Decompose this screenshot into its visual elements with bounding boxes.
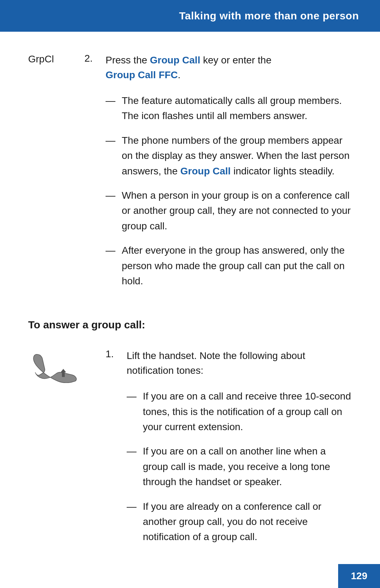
step1-intro-part1: Press the: [106, 55, 150, 66]
bullet-text: When a person in your group is on a conf…: [122, 188, 352, 234]
step1-intro-part2: key or enter the: [200, 55, 271, 66]
bullet-item: — If you are on a call on another line w…: [127, 444, 352, 489]
dash-icon: —: [127, 444, 137, 489]
answer-step: 1. Lift the handset. Note the following …: [28, 348, 352, 554]
bullet-item: — When a person in your group is on a co…: [106, 188, 352, 234]
dash-icon: —: [106, 243, 115, 289]
step2-number: 1.: [106, 348, 127, 554]
step2-content: Lift the handset. Note the following abo…: [127, 348, 352, 554]
answer-heading: To answer a group call:: [28, 319, 352, 331]
page-number-bar: 129: [338, 564, 380, 588]
bullet-text: The feature automatically calls all grou…: [122, 93, 352, 124]
page-number: 129: [351, 570, 367, 581]
step1-header: Press the Group Call key or enter the Gr…: [106, 53, 352, 82]
section1-bullets: — The feature automatically calls all gr…: [106, 93, 352, 289]
dash-icon: —: [106, 188, 115, 234]
bullet-item: — If you are on a call and receive three…: [127, 389, 352, 434]
bullet-text: If you are on a call and receive three 1…: [143, 389, 352, 434]
dash-icon: —: [127, 389, 137, 434]
step2-header: Lift the handset. Note the following abo…: [127, 348, 352, 378]
group-call-link2: Group Call: [180, 166, 231, 177]
dash-icon: —: [127, 499, 137, 545]
answer-section: To answer a group call: 1. Lift t: [28, 319, 352, 554]
handset-col: [28, 348, 106, 554]
dash-icon: —: [106, 133, 115, 179]
bullet2-part2: indicator lights steadily.: [231, 166, 335, 177]
dash-icon: —: [106, 93, 115, 124]
page-title: Talking with more than one person: [179, 10, 359, 22]
handset-image: [28, 352, 95, 384]
bullet-item: — If you are already on a conference cal…: [127, 499, 352, 545]
step1-number: 2.: [84, 53, 106, 298]
bullet-item: — After everyone in the group has answer…: [106, 243, 352, 289]
bullet-item: — The feature automatically calls all gr…: [106, 93, 352, 124]
section2-bullets: — If you are on a call and receive three…: [127, 389, 352, 545]
group-call-ffc-link: Group Call FFC: [106, 69, 178, 80]
grpcl-label: GrpCl: [28, 53, 84, 298]
step1-content: Press the Group Call key or enter the Gr…: [106, 53, 352, 298]
bullet-text: If you are on a call on another line whe…: [143, 444, 352, 489]
bullet-text: The phone numbers of the group members a…: [122, 133, 352, 179]
bullet-item: — The phone numbers of the group members…: [106, 133, 352, 179]
section1-block: GrpCl 2. Press the Group Call key or ent…: [28, 53, 352, 298]
header-bar: Talking with more than one person: [0, 0, 380, 32]
group-call-link1: Group Call: [150, 55, 200, 66]
step1-link2-suffix: .: [178, 69, 180, 80]
bullet-text: After everyone in the group has answered…: [122, 243, 352, 289]
handset-svg: [30, 353, 93, 383]
bullet-text: If you are already on a conference call …: [143, 499, 352, 545]
page-content: GrpCl 2. Press the Group Call key or ent…: [0, 32, 380, 582]
